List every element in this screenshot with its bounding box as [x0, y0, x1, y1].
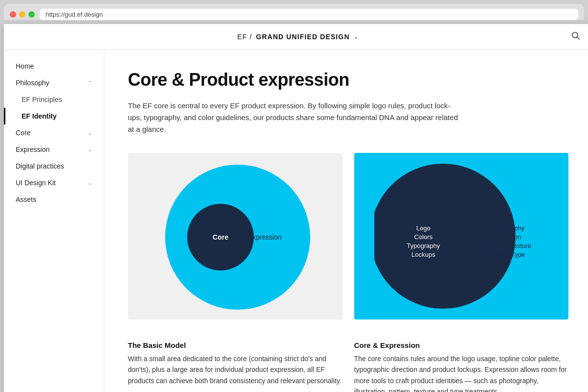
sidebar-item-digital-practices[interactable]: Digital practices [4, 158, 104, 174]
close-button[interactable] [10, 11, 16, 18]
sidebar-item-home[interactable]: Home [4, 58, 104, 74]
page-intro: The EF core is central to every EF produ… [128, 100, 461, 135]
site-title[interactable]: EF / GRAND UNIFIED DESIGN ⌄ [237, 33, 358, 41]
sidebar-label-ef-principles: EF Principles [22, 96, 62, 103]
sidebar-label-expression: Expression [16, 146, 49, 153]
diagram1-visual: Core Expression [128, 153, 343, 319]
diagram-core-expression: Logo Colors Typography Lockups Photograp… [354, 153, 569, 319]
maximize-button[interactable] [28, 11, 35, 18]
sidebar-item-philosophy[interactable]: Philosophy ⌃ [4, 74, 104, 91]
sidebar-item-ef-principles[interactable]: EF Principles [4, 91, 104, 108]
svg-text:Typography: Typography [407, 242, 440, 249]
header-bold-text: GRAND UNIFIED DESIGN [256, 33, 349, 41]
diagram1-desc: With a small area dedicated to the core … [128, 353, 343, 386]
chevron-up-icon: ⌃ [88, 80, 92, 86]
basic-model-svg: Core Expression [154, 158, 316, 315]
svg-text:Core: Core [213, 233, 228, 241]
svg-text:Photography: Photography [489, 224, 525, 232]
sidebar: Home Philosophy ⌃ EF Principles EF Ident… [4, 50, 104, 392]
diagram2-label: Core & Expression [354, 341, 569, 349]
svg-text:Expression: Expression [247, 233, 281, 241]
svg-line-1 [577, 37, 580, 39]
sidebar-label-digital-practices: Digital practices [16, 162, 64, 170]
svg-text:Display Type: Display Type [489, 251, 525, 258]
search-icon[interactable] [571, 31, 580, 43]
header-light-text: EF / [237, 33, 252, 41]
main-content: Core & Product expression The EF core is… [104, 50, 588, 392]
chevron-down-icon-core: ⌄ [88, 130, 92, 136]
sidebar-item-expression[interactable]: Expression ⌄ [4, 141, 104, 158]
page-title: Core & Product expression [128, 70, 568, 90]
svg-text:Colors: Colors [414, 233, 433, 241]
diagram2-desc: The core contains rules around the logo … [354, 353, 569, 392]
svg-text:Illustration: Illustration [492, 233, 521, 241]
sidebar-item-core[interactable]: Core ⌄ [4, 124, 104, 141]
address-bar[interactable] [40, 9, 578, 20]
minimize-button[interactable] [19, 11, 25, 18]
sidebar-label-ef-identity: EF Identity [22, 112, 57, 120]
sidebar-label-ui-design-kit: UI Design Kit [16, 179, 56, 187]
sidebar-item-ef-identity[interactable]: EF Identity [4, 108, 104, 124]
sidebar-label-philosophy: Philosophy [16, 79, 49, 87]
diagram-basic-model: Core Expression [128, 153, 343, 319]
sidebar-item-ui-design-kit[interactable]: UI Design Kit ⌄ [4, 174, 104, 191]
svg-text:Pattern & Texture: Pattern & Texture [482, 242, 531, 249]
diagrams-section: Core Expression [128, 153, 568, 319]
sidebar-label-home: Home [16, 62, 34, 70]
chevron-down-icon-uikit: ⌄ [88, 180, 92, 186]
top-header: EF / GRAND UNIFIED DESIGN ⌄ [4, 24, 588, 50]
sidebar-label-assets: Assets [16, 196, 36, 203]
core-expression-svg: Logo Colors Typography Lockups Photograp… [374, 158, 548, 315]
sidebar-label-core: Core [16, 129, 30, 137]
header-chevron-icon: ⌄ [354, 34, 359, 40]
sidebar-item-assets[interactable]: Assets [4, 191, 104, 208]
desc-core-expression: Core & Expression The core contains rule… [354, 333, 569, 392]
chevron-down-icon-expression: ⌄ [88, 147, 92, 153]
svg-text:Logo: Logo [416, 224, 430, 232]
diagram1-label: The Basic Model [128, 341, 343, 349]
svg-text:Lockups: Lockups [412, 251, 436, 258]
diagram2-visual: Logo Colors Typography Lockups Photograp… [354, 153, 569, 319]
desc-basic-model: The Basic Model With a small area dedica… [128, 333, 343, 392]
descriptions: The Basic Model With a small area dedica… [128, 333, 568, 392]
